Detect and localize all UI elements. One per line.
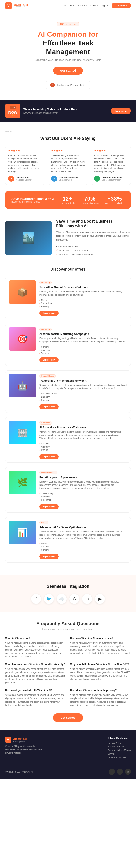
faq-subtitle: Find answers to your commonly asked ques…	[5, 628, 131, 630]
offers-title: Discover our offers	[5, 267, 131, 272]
offer-desc-5: Transform your sales team with AI-powere…	[39, 530, 127, 540]
integration-icon-twitter: 🐦	[44, 594, 54, 604]
product-hunt-badge[interactable]: P Featured on Product Hunt ↑	[46, 81, 90, 89]
footer-bottom: © Copyright 2024 Vitamins AI f t in	[5, 765, 131, 775]
faq-question-3: Why should I choose Vitamins AI over Cha…	[70, 663, 131, 666]
offer-image-1: 🎯	[9, 327, 36, 351]
offer-features-2: ●Responsiveness ●Empathy ●Strategy	[39, 392, 127, 402]
logo-brand: vitamins.ai	[13, 3, 28, 6]
offer-badge-1: Marketing	[39, 328, 52, 331]
author-avatar: CJ	[94, 176, 100, 182]
faq-answer-3: Vitamins AI was specifically designed to…	[70, 668, 131, 681]
logo-icon: V	[5, 2, 12, 9]
offer-title-5: Advanced AI for Sales Optimization	[39, 526, 127, 529]
offer-desc-4: Empower your business with AI-powered to…	[39, 480, 127, 490]
stats-label: Save Invaluable Time With AI	[11, 197, 55, 200]
stat-value: 70%	[81, 195, 99, 202]
author-avatar: RS	[51, 176, 57, 182]
faq-item-3: Why should I choose Vitamins AI over Cha…	[70, 663, 131, 684]
offer-desc-1: Elevate your marketing strategy with AI-…	[39, 337, 127, 343]
offer-content-3: Workplace AI for a More Productive Workp…	[39, 421, 127, 459]
feature-item-1: ✓Accelerate Communications	[56, 248, 131, 252]
offer-explore-button-0[interactable]: Explore now	[39, 311, 59, 316]
footer-link-0[interactable]: Privacy Policy	[108, 742, 131, 744]
footer-link-3[interactable]: Savings	[108, 753, 131, 755]
nav-signin[interactable]: Sign in	[101, 4, 108, 7]
integration-icon-cloud: ☁️	[57, 594, 66, 604]
testimonial-card: ★★★★★ Al social media content generator …	[91, 146, 131, 185]
social-icon-twitter[interactable]: t	[117, 769, 123, 775]
faq-answer-4: You can get started with Vitamins AI by …	[5, 693, 66, 707]
offer-content-0: Marketing Your All-in-One AI Business So…	[39, 280, 127, 316]
offer-image-4: 🌿	[9, 471, 36, 494]
social-icon-facebook[interactable]: f	[109, 769, 115, 775]
author-title: CEO, TechCorp	[59, 179, 78, 181]
feature-showcase: 🏙️ Save Time and Boost Business Efficien…	[0, 215, 136, 265]
footer-link-2[interactable]: Documentation of Terms	[108, 749, 131, 751]
offer-title-3: AI for a More Productive Workplace	[39, 426, 127, 429]
offer-explore-button-2[interactable]: Explore now	[39, 404, 59, 409]
social-icon-linkedin[interactable]: in	[125, 769, 131, 775]
faq-question-5: How does Vitamins AI handle privacy?	[70, 689, 131, 692]
banner-cta-button[interactable]: Support us	[111, 108, 131, 114]
footer-link-1[interactable]: Terms of Service	[108, 745, 131, 748]
stat-desc: AI Tools Available	[60, 202, 75, 204]
testimonial-text: Since becoming a Vitamins AI customer, m…	[51, 154, 85, 173]
faq-item-4: How can I get started with Vitamins AI? …	[5, 689, 66, 707]
testimonial-card: ★★★★★ Since becoming a Vitamins AI custo…	[48, 146, 88, 185]
offer-explore-button-5[interactable]: Explore now	[39, 554, 59, 559]
offer-card-5: 📊 Sales Advanced AI for Sales Optimizati…	[5, 517, 131, 563]
nav-cta-button[interactable]: Get Started	[111, 3, 131, 8]
faq-answer-0: Vitamins AI is a powerful platform that …	[5, 641, 66, 658]
offer-explore-button-4[interactable]: Explore now	[39, 504, 59, 509]
stat-item-0: 12+ AI Tools Available	[60, 195, 75, 204]
offer-explore-button-1[interactable]: Explore now	[39, 358, 59, 362]
offer-desc-3: Vitamins AI offers a powerful platform t…	[39, 430, 127, 440]
stat-item-1: 70% Time Saved on Tasks	[81, 195, 99, 204]
author-name: Jack Stanton	[16, 177, 32, 179]
offer-card-3: 🏢 Workplace AI for a More Productive Wor…	[5, 417, 131, 463]
stat-desc: Increase in Productivity	[105, 202, 125, 204]
nav-features[interactable]: Features	[78, 4, 87, 7]
stat-value: 12+	[60, 195, 75, 202]
offer-features-1: ●Content ●Analytics ●Targeted	[39, 345, 127, 355]
hero-badge: AI Companion for	[56, 22, 80, 27]
offer-badge-2: Content Based	[39, 374, 56, 378]
faq-grid: What is Vitamins AI? Vitamins AI is a po…	[5, 637, 131, 707]
nav-contact[interactable]: Contact	[90, 4, 98, 7]
offer-card-1: 🎯 Marketing AI for Impactful Marketing C…	[5, 323, 131, 366]
offer-content-1: Marketing AI for Impactful Marketing Cam…	[39, 327, 127, 362]
offer-title-0: Your All-in-One AI Business Solution	[39, 285, 127, 289]
offer-content-4: Store Resources Redefine your HR process…	[39, 471, 127, 509]
footer-description: Vitamins AI is your AI companion designe…	[5, 745, 43, 754]
offer-image-5: 📊	[9, 521, 36, 544]
hero-title: AI Companion for Effortless Task Managem…	[8, 30, 128, 56]
offer-features-0: ●Contracts ●Streamlined ●Planning	[39, 299, 127, 308]
nav-use-offers[interactable]: Use Offers	[64, 4, 75, 7]
feature-item-2: ✓Automate Creative Presentations	[56, 252, 131, 256]
feature-description: Vitamins AI empowers your entire company…	[56, 230, 131, 242]
offer-image-0: 📦	[9, 280, 36, 304]
footer-link-4[interactable]: Browse our affiliate	[108, 756, 131, 759]
author-avatar: JS	[8, 176, 14, 182]
faq-answer-1: Vitamins AI can save you time by automat…	[70, 641, 131, 655]
faq-section: Frequently Asked Questions Find answers …	[0, 612, 136, 730]
author-name: Charlotte Jenkinson	[102, 177, 122, 179]
hero-cta-button[interactable]: Get Started	[53, 67, 83, 75]
footer-brand-tagline: AI Companion	[13, 740, 27, 743]
offer-badge-5: Sales	[39, 521, 48, 524]
integration-icon-google: G	[70, 594, 79, 604]
offer-explore-button-3[interactable]: Explore now	[39, 454, 59, 459]
offer-features-4: ●Streamlining ●Rewards ●Personnel	[39, 492, 127, 501]
offer-features-5: ●Boost ●Connect ●Content	[39, 542, 127, 552]
faq-item-2: What features does Vitamins AI handle pr…	[5, 663, 66, 684]
faq-answer-5: Vitamins AI takes data privacy and secur…	[70, 693, 131, 707]
stats-sublabel: Boost your business efficiency	[11, 200, 55, 203]
footer-brand: V vitamins.ai AI Companion Vitamins AI i…	[5, 737, 43, 760]
faq-item-0: What is Vitamins AI? Vitamins AI is a po…	[5, 637, 66, 658]
faq-cta-button[interactable]: Get Started	[53, 713, 83, 722]
integration-icon-facebook: f	[31, 594, 41, 604]
faq-item-5: How does Vitamins AI handle privacy? Vit…	[70, 689, 131, 707]
hero-subtitle: Streamline Your Business Tasks with User…	[8, 59, 128, 61]
testimonial-text: Al social media content generator helped…	[94, 154, 128, 173]
